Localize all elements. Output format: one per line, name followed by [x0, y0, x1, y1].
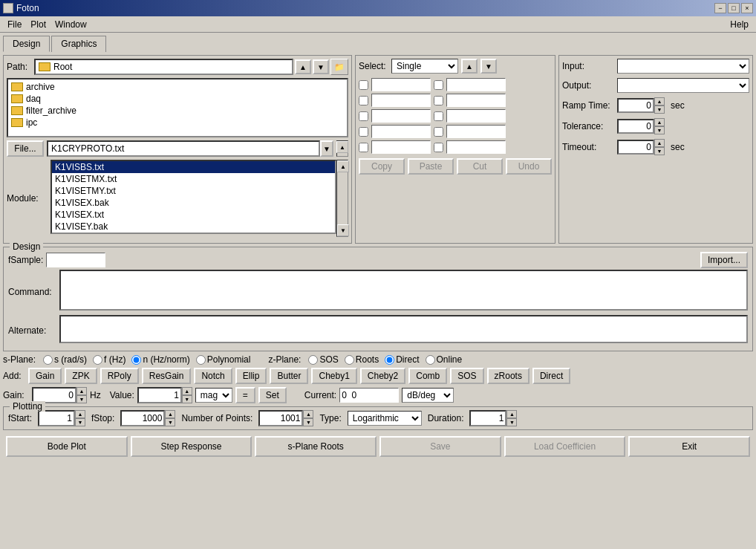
cut-button[interactable]: Cut: [457, 158, 503, 175]
alternate-textarea[interactable]: [59, 315, 748, 343]
tolerance-input[interactable]: [617, 119, 654, 134]
add-direct-button[interactable]: Direct: [532, 368, 570, 384]
list-item[interactable]: archive: [10, 81, 345, 93]
splane-radio-nhznorm[interactable]: n (Hz/norm): [131, 354, 189, 365]
menu-window[interactable]: Window: [50, 18, 91, 31]
step-response-button[interactable]: Step Response: [131, 436, 252, 457]
tab-design[interactable]: Design: [3, 36, 50, 52]
tolerance-down[interactable]: ▼: [654, 126, 665, 134]
splane-radio-polynomial[interactable]: Polynomial: [196, 354, 251, 365]
text-1-1[interactable]: [446, 94, 506, 107]
text-2-0[interactable]: [371, 109, 431, 123]
ramp-time-down[interactable]: ▼: [654, 105, 665, 114]
undo-button[interactable]: Undo: [506, 158, 552, 175]
save-button[interactable]: Save: [379, 436, 501, 457]
checkbox-2-0[interactable]: [359, 111, 368, 121]
gain-up[interactable]: ▲: [76, 387, 87, 395]
list-item[interactable]: filter_archive: [10, 105, 345, 117]
fstop-input[interactable]: [120, 410, 165, 426]
load-coefficients-button[interactable]: Load Coefficien: [504, 436, 626, 457]
copy-button[interactable]: Copy: [359, 158, 405, 175]
set-button[interactable]: Set: [258, 387, 287, 403]
value-up[interactable]: ▲: [182, 387, 192, 395]
text-3-1[interactable]: [446, 125, 506, 138]
duration-up[interactable]: ▲: [506, 410, 517, 418]
checkbox-0-0[interactable]: [359, 80, 368, 90]
add-butter-button[interactable]: Butter: [270, 368, 308, 384]
tolerance-up[interactable]: ▲: [654, 118, 665, 126]
add-gain-button[interactable]: Gain: [28, 368, 62, 384]
add-rpoly-button[interactable]: RPoly: [100, 368, 139, 384]
fstart-up[interactable]: ▲: [75, 410, 85, 418]
text-4-0[interactable]: [371, 140, 431, 154]
list-item[interactable]: K1VISETMY.txt: [52, 185, 335, 197]
zplane-radio-direct[interactable]: Direct: [385, 354, 419, 365]
checkbox-3-0[interactable]: [359, 127, 368, 137]
add-zroots-button[interactable]: zRoots: [487, 368, 529, 384]
timeout-up[interactable]: ▲: [654, 139, 665, 147]
file-list[interactable]: archive daq filter_archive ipc: [7, 78, 348, 137]
path-down-button[interactable]: ▼: [313, 59, 329, 74]
menu-file[interactable]: File: [3, 18, 26, 31]
browse-button[interactable]: 📁: [330, 59, 348, 75]
file-scroll-up[interactable]: ▲: [336, 141, 348, 153]
tab-graphics[interactable]: Graphics: [51, 36, 106, 52]
ramp-time-input[interactable]: [617, 98, 654, 113]
list-item[interactable]: daq: [10, 93, 345, 105]
exit-button[interactable]: Exit: [628, 436, 750, 457]
file-button[interactable]: File...: [7, 140, 44, 157]
select-down-button[interactable]: ▼: [480, 59, 497, 74]
module-scroll-down[interactable]: ▼: [337, 224, 349, 236]
add-sos-button[interactable]: SOS: [450, 368, 483, 384]
paste-button[interactable]: Paste: [408, 158, 454, 175]
timeout-input[interactable]: [617, 140, 654, 155]
text-2-1[interactable]: [446, 109, 506, 123]
add-comb-button[interactable]: Comb: [408, 368, 447, 384]
select-up-button[interactable]: ▲: [461, 59, 478, 74]
menu-help[interactable]: Help: [726, 18, 753, 31]
menu-plot[interactable]: Plot: [26, 18, 50, 31]
timeout-down[interactable]: ▼: [654, 147, 665, 155]
add-resgain-button[interactable]: ResGain: [142, 368, 192, 384]
file-dropdown-button[interactable]: ▼: [320, 140, 333, 157]
mag-select[interactable]: mag dB: [195, 388, 232, 403]
list-item[interactable]: ipc: [10, 117, 345, 129]
import-button[interactable]: Import...: [700, 252, 748, 268]
fstart-down[interactable]: ▼: [75, 418, 85, 426]
input-select[interactable]: [617, 59, 749, 74]
list-item[interactable]: K1VISEY.bak: [52, 221, 335, 233]
add-zpk-button[interactable]: ZPK: [65, 368, 97, 384]
maximize-button[interactable]: □: [728, 3, 740, 13]
checkbox-1-1[interactable]: [434, 96, 443, 105]
checkbox-0-1[interactable]: [434, 80, 443, 90]
checkbox-2-1[interactable]: [434, 111, 443, 121]
dbdeg-select[interactable]: dB/deg: [402, 388, 454, 403]
text-0-1[interactable]: [446, 78, 506, 91]
list-item[interactable]: K1VISBS.txt: [52, 161, 335, 173]
current-input[interactable]: [339, 388, 399, 403]
gain-down[interactable]: ▼: [76, 395, 87, 403]
add-ellip-button[interactable]: Ellip: [235, 368, 267, 384]
npoints-down[interactable]: ▼: [303, 418, 313, 426]
type-select[interactable]: Logarithmic Linear: [348, 411, 422, 426]
bode-plot-button[interactable]: Bode Plot: [6, 436, 128, 457]
splane-radio-fhz[interactable]: f (Hz): [93, 354, 126, 365]
text-0-0[interactable]: [371, 78, 431, 91]
text-3-0[interactable]: [371, 125, 431, 138]
fstart-input[interactable]: [38, 410, 75, 426]
value-input[interactable]: [137, 387, 182, 403]
equals-button[interactable]: =: [235, 387, 255, 403]
file-input[interactable]: [47, 140, 320, 157]
value-down[interactable]: ▼: [182, 395, 192, 403]
add-cheby1-button[interactable]: Cheby1: [311, 368, 356, 384]
select-dropdown[interactable]: Single Multiple: [391, 59, 458, 74]
fstop-up[interactable]: ▲: [165, 410, 175, 418]
command-textarea[interactable]: [59, 270, 748, 311]
checkbox-4-0[interactable]: [359, 143, 368, 152]
duration-input[interactable]: [469, 410, 506, 426]
add-cheby2-button[interactable]: Cheby2: [360, 368, 405, 384]
text-1-0[interactable]: [371, 94, 431, 107]
list-item[interactable]: K1VISEX.txt: [52, 209, 335, 221]
fstop-down[interactable]: ▼: [165, 418, 175, 426]
splane-roots-button[interactable]: s-Plane Roots: [255, 436, 377, 457]
